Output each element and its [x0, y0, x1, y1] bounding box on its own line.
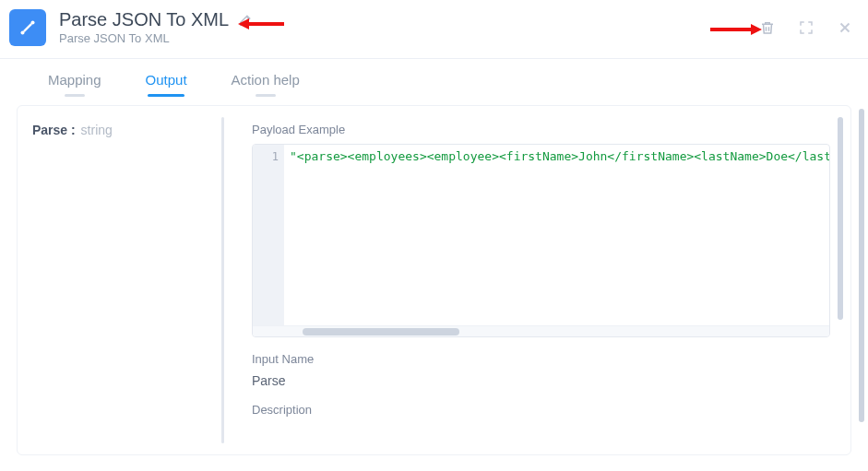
code-content[interactable]: "<parse><employees><employee><firstName>… — [284, 145, 829, 325]
tab-output[interactable]: Output — [146, 72, 187, 95]
payload-code-box[interactable]: 1 "<parse><employees><employee><firstNam… — [252, 144, 830, 337]
title-text: Parse JSON To XML — [59, 9, 229, 29]
close-icon[interactable] — [837, 19, 853, 36]
line-number: 1 — [253, 148, 279, 165]
scrollbar-thumb[interactable] — [838, 117, 843, 320]
page-subtitle: Parse JSON To XML — [59, 31, 254, 45]
code-horizontal-scrollbar[interactable] — [253, 325, 829, 336]
page-title: Parse JSON To XML — [59, 9, 254, 29]
output-details: Payload Example 1 "<parse><employees><em… — [224, 106, 850, 454]
tab-action-help[interactable]: Action help — [232, 72, 300, 95]
schema-item-type: string — [81, 123, 113, 137]
code-gutter: 1 — [253, 145, 284, 325]
schema-sidebar: Parse : string — [18, 106, 224, 454]
tabs: Mapping Output Action help — [0, 59, 868, 105]
tab-label: Mapping — [48, 72, 101, 88]
tab-label: Action help — [232, 72, 300, 88]
trash-icon[interactable] — [759, 19, 776, 36]
outer-vertical-scrollbar[interactable] — [859, 105, 864, 471]
input-name-label: Input Name — [252, 352, 830, 366]
panel-vertical-scrollbar[interactable] — [838, 117, 843, 443]
payload-example-label: Payload Example — [252, 123, 830, 136]
scrollbar-thumb[interactable] — [303, 328, 459, 336]
input-name-value: Parse — [252, 373, 830, 388]
edit-title-button[interactable] — [238, 12, 254, 28]
schema-item[interactable]: Parse : string — [32, 123, 209, 137]
scrollbar-thumb[interactable] — [859, 109, 864, 422]
output-panel: Parse : string Payload Example 1 "<parse… — [17, 105, 851, 455]
schema-item-sep: : — [71, 123, 79, 137]
svg-line-2 — [24, 23, 31, 30]
tab-label: Output — [146, 72, 187, 88]
schema-item-name: Parse — [32, 123, 67, 137]
app-icon — [9, 9, 46, 46]
description-label: Description — [252, 403, 830, 417]
expand-icon[interactable] — [798, 19, 814, 36]
tab-mapping[interactable]: Mapping — [48, 72, 101, 95]
